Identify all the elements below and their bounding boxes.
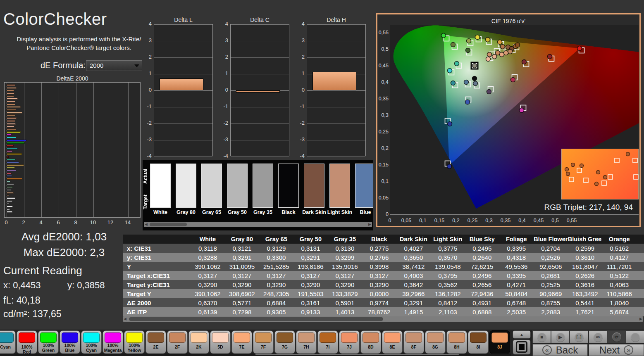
patch-label: 7F <box>253 345 273 350</box>
pattern-window-button[interactable] <box>513 339 531 355</box>
reading-y: y: 0,3858 <box>67 280 105 291</box>
patch-button-8d[interactable]: 8D <box>360 330 381 354</box>
loop-button[interactable]: ⟳ <box>607 330 626 343</box>
cie-y-tick: 0,55 <box>377 30 389 36</box>
swatch-label: Gray 50 <box>224 209 250 215</box>
patch-button-100-yellow[interactable]: 100%Yellow <box>124 330 145 354</box>
patch-button-100-magenta[interactable]: 100%Magenta <box>103 330 123 354</box>
patch-button-100-cyan[interactable]: 100%Cyan <box>81 330 102 354</box>
y-tick-label: -4 <box>141 153 152 159</box>
patch-button-100-green[interactable]: 100%Green <box>38 330 59 354</box>
column-header: Blue Sky <box>465 235 499 244</box>
patch-button-2k[interactable]: 2K <box>188 330 209 354</box>
patch-button-7g[interactable]: 7G <box>274 330 295 354</box>
patch-button-7j[interactable]: 7J <box>339 330 360 354</box>
patch-color-chip <box>105 332 121 343</box>
avg-de2000: Avg dE2000: 1,03 <box>4 230 124 243</box>
table-cell: 0,4027 <box>396 244 431 253</box>
dele-bar <box>7 120 15 122</box>
stop-button[interactable]: ■ <box>532 330 551 343</box>
patch-button-7h[interactable]: 7H <box>296 330 317 354</box>
patch-label: 100% <box>60 343 80 348</box>
table-cell: 0,2775 <box>362 244 396 253</box>
table-scroll-right-icon[interactable]: ▶ <box>639 316 642 322</box>
de-formula-dropdown[interactable]: 2000 <box>86 60 142 71</box>
patch-button-100red[interactable]: 100% Red <box>17 330 37 354</box>
patch-button-7e[interactable]: 7E <box>231 330 252 354</box>
blank-button[interactable] <box>626 330 644 343</box>
table-cell: 0,5771 <box>225 298 259 307</box>
scroll-right-icon[interactable]: ▶ <box>368 222 371 227</box>
table-cell: 78,8762 <box>362 307 396 316</box>
patch-button-8h[interactable]: 8H <box>446 330 467 354</box>
table-cell: 191,5503 <box>293 289 328 298</box>
patch-button-2e[interactable]: 2E <box>145 330 166 354</box>
dele-bar <box>7 112 22 114</box>
measurement-table: WhiteGray 80Gray 65Gray 50Gray 35BlackDa… <box>123 235 644 316</box>
y-tick-label: -1 <box>217 103 228 109</box>
swatch-scroll-thumb[interactable] <box>150 223 187 226</box>
toolbar-scrollbar[interactable] <box>0 354 511 356</box>
patch-button-8j[interactable]: 8J <box>489 330 510 354</box>
color-swatch <box>201 164 222 208</box>
patch-button-8f[interactable]: 8F <box>403 330 424 354</box>
table-scroll-thumb[interactable] <box>129 317 383 321</box>
blank-icon <box>631 332 640 342</box>
patch-button-cyan[interactable]: Cyan <box>0 330 16 354</box>
patch-button-8e[interactable]: 8E <box>382 330 403 354</box>
play-button[interactable]: ▶ <box>551 330 570 343</box>
gridline <box>76 83 76 217</box>
patch-button-2f[interactable]: 2F <box>167 330 188 354</box>
patch-button-7i[interactable]: 7I <box>317 330 338 354</box>
table-scroll-left-icon[interactable]: ◀ <box>124 316 126 322</box>
patch-button-5d[interactable]: 5D <box>210 330 231 354</box>
patch-button-100-blue[interactable]: 100%Blue <box>60 330 80 354</box>
patch-label: 8D <box>361 345 381 350</box>
column-header: Gray 35 <box>328 235 362 244</box>
table-cell: 0,0000 <box>362 289 396 298</box>
table-cell: 0,56 <box>637 298 644 307</box>
patch-button-7f[interactable]: 7F <box>253 330 274 354</box>
table-cell: 0,3290 <box>191 280 225 289</box>
table-cell: 0,3998 <box>362 262 396 271</box>
gridline <box>231 74 289 74</box>
table-cell: 0,2599 <box>568 244 602 253</box>
next-button[interactable]: Next » <box>589 344 644 356</box>
gridline <box>307 24 365 25</box>
x-tick-label: 8 <box>70 219 81 225</box>
dele-bar <box>7 101 15 102</box>
patch-label: 8I <box>468 345 488 350</box>
table-scrollbar[interactable]: ◀ ▶ <box>123 316 643 322</box>
toolbar-scroll-thumb[interactable] <box>255 354 459 355</box>
infinity-button[interactable]: ∞ <box>589 330 607 343</box>
page-title: ColorChecker <box>3 10 107 28</box>
gridline <box>307 123 365 124</box>
expand-up-button[interactable]: ▲ <box>513 330 531 339</box>
table-cell: 0,3290 <box>328 280 362 289</box>
table-cell: 0,8412 <box>431 298 465 307</box>
swatch-scrollbar[interactable]: ◀ ▶ <box>144 222 372 227</box>
patch-label: Blue <box>60 348 80 353</box>
table-cell: 0,3290 <box>362 280 396 289</box>
table-cell: 0,6370 <box>191 298 225 307</box>
patch-button-8i[interactable]: 8I <box>468 330 489 354</box>
table-cell: 2,1103 <box>431 307 465 316</box>
table-cell: 0,2766 <box>362 253 396 262</box>
color-swatch <box>329 164 350 208</box>
patch-button-8g[interactable]: 8G <box>425 330 446 354</box>
scroll-left-icon[interactable]: ◀ <box>145 222 148 227</box>
dele-bar <box>7 197 15 199</box>
patch-color-chip <box>491 332 508 343</box>
reading-fl: fL: 40,18 <box>3 295 41 306</box>
patch-color-chip <box>148 332 164 343</box>
table-cell: 0,2526 <box>534 253 568 262</box>
table-cell: 2,2883 <box>534 307 568 316</box>
back-button[interactable]: « Back <box>532 344 588 356</box>
x-tick-label: 2 <box>18 219 29 225</box>
table-cell: 0,3650 <box>396 253 431 262</box>
dele-chart-title: DeltaE 2000 <box>4 75 141 82</box>
dele-bar <box>7 192 14 194</box>
cie-y-tick: 0,3 <box>377 112 389 118</box>
interval-button[interactable]: [‥] <box>570 330 588 343</box>
gridline <box>231 57 289 58</box>
